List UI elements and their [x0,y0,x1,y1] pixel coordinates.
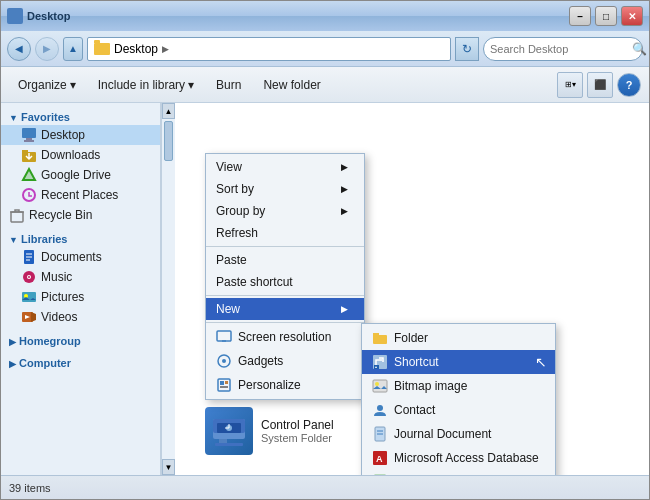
ctx-screen-resolution[interactable]: Screen resolution [206,325,364,349]
gadgets-label: Gadgets [238,354,283,368]
downloads-icon [21,147,37,163]
submenu-rtf[interactable]: Rich Text Format [362,470,555,475]
back-button[interactable]: ◀ [7,37,31,61]
ctx-refresh[interactable]: Refresh [206,222,364,244]
sort-by-label: Sort by [216,182,254,196]
svg-rect-26 [220,381,224,385]
svg-rect-33 [373,380,387,392]
ctx-view[interactable]: View ▶ [206,156,364,178]
preview-pane-button[interactable]: ⬛ [587,72,613,98]
sidebar-item-documents[interactable]: Documents [1,247,160,267]
sidebar-item-pictures[interactable]: Pictures [1,287,160,307]
submenu-contact[interactable]: Contact [362,398,555,422]
svg-rect-30 [373,333,379,336]
svg-rect-16 [22,292,36,302]
gadgets-icon [216,353,232,369]
submenu-shortcut[interactable]: Shortcut ↖ [362,350,555,374]
view-toggle-button[interactable]: ⊞▾ [557,72,583,98]
submenu-access[interactable]: A Microsoft Access Database [362,446,555,470]
recent-places-icon [21,187,37,203]
videos-icon [21,309,37,325]
title-bar: Desktop – □ ✕ [1,1,649,31]
include-in-library-button[interactable]: Include in library ▾ [89,72,203,98]
minimize-button[interactable]: – [569,6,591,26]
toolbar: Organize ▾ Include in library ▾ Burn New… [1,67,649,103]
ctx-group-by[interactable]: Group by ▶ [206,200,364,222]
up-button[interactable]: ▲ [63,37,83,61]
homegroup-section: ▶ Homegroup [1,331,160,349]
address-bar: ◀ ▶ ▲ Desktop ▶ ↻ 🔍 [1,31,649,67]
svg-rect-4 [22,150,28,153]
access-icon: A [372,450,388,466]
ctx-paste-shortcut[interactable]: Paste shortcut [206,271,364,293]
maximize-button[interactable]: □ [595,6,617,26]
address-box[interactable]: Desktop ▶ [87,37,451,61]
sidebar-item-videos[interactable]: Videos [1,307,160,327]
control-panel-item[interactable]: Control Panel System Folder [205,407,334,455]
ctx-personalize[interactable]: Personalize [206,373,364,397]
svg-rect-29 [373,335,387,344]
sidebar-scrollbar[interactable]: ▲ ▼ [161,103,175,475]
ctx-sort-by[interactable]: Sort by ▶ [206,178,364,200]
organize-button[interactable]: Organize ▾ [9,72,85,98]
sidebar-item-music[interactable]: Music [1,267,160,287]
screen-icon [216,329,232,345]
submenu-bitmap[interactable]: Bitmap image [362,374,555,398]
folder-label: Folder [394,331,428,345]
favorites-section: ▼ Favorites Desktop [1,107,160,225]
submenu-folder[interactable]: Folder [362,326,555,350]
ctx-gadgets[interactable]: Gadgets [206,349,364,373]
libraries-header[interactable]: ▼ Libraries [1,229,160,247]
ctx-sep-1 [206,246,364,247]
paste-label: Paste [216,253,247,267]
svg-rect-27 [225,381,228,384]
sidebar-item-recent-places[interactable]: Recent Places [1,185,160,205]
help-button[interactable]: ? [617,73,641,97]
organize-arrow: ▾ [70,78,76,92]
sidebar: ▼ Favorites Desktop [1,103,161,475]
svg-marker-19 [31,312,36,322]
item-count: 39 items [9,482,51,494]
forward-button[interactable]: ▶ [35,37,59,61]
svg-rect-2 [24,140,34,142]
view-label: View [216,160,242,174]
favorites-header[interactable]: ▼ Favorites [1,107,160,125]
contact-icon [372,402,388,418]
desktop-icon [21,127,37,143]
library-arrow: ▾ [188,78,194,92]
search-input[interactable] [490,43,628,55]
scroll-track[interactable] [162,119,175,459]
svg-point-24 [222,359,226,363]
svg-point-15 [28,276,30,278]
bitmap-icon [372,378,388,394]
new-folder-button[interactable]: New folder [254,72,329,98]
content-area[interactable]: View ▶ Sort by ▶ Group by ▶ Refresh Past… [175,103,649,475]
svg-text:A: A [376,454,383,464]
refresh-button[interactable]: ↻ [455,37,479,61]
shortcut-icon [372,354,388,370]
libraries-section: ▼ Libraries Documents [1,229,160,327]
address-path: Desktop [114,42,158,56]
scroll-down[interactable]: ▼ [162,459,175,475]
pictures-icon [21,289,37,305]
control-panel-sublabel: System Folder [261,432,334,444]
sidebar-item-downloads[interactable]: Downloads [1,145,160,165]
burn-button[interactable]: Burn [207,72,250,98]
sidebar-item-google-drive[interactable]: Google Drive [1,165,160,185]
sidebar-item-desktop[interactable]: Desktop [1,125,160,145]
submenu-new: Folder Shortcut ↖ [361,323,556,475]
scroll-thumb[interactable] [164,121,173,161]
sort-arrow: ▶ [341,184,348,194]
submenu-journal[interactable]: Journal Document [362,422,555,446]
ctx-paste[interactable]: Paste [206,249,364,271]
ctx-new[interactable]: New ▶ [206,298,364,320]
homegroup-header[interactable]: ▶ Homegroup [1,331,160,349]
control-panel-label: Control Panel [261,418,334,432]
control-panel-text: Control Panel System Folder [261,418,334,444]
computer-header[interactable]: ▶ Computer [1,353,160,371]
google-drive-icon [21,167,37,183]
close-button[interactable]: ✕ [621,6,643,26]
search-box[interactable]: 🔍 [483,37,643,61]
sidebar-item-recycle-bin[interactable]: Recycle Bin [1,205,160,225]
scroll-up[interactable]: ▲ [162,103,175,119]
